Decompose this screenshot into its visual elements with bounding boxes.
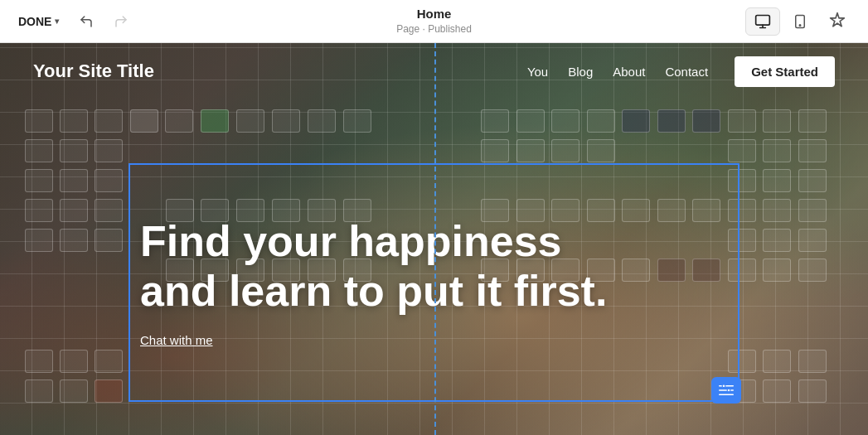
nav-link-blog[interactable]: Blog	[568, 65, 593, 79]
magic-icon	[829, 12, 846, 28]
desktop-icon	[754, 13, 771, 30]
hero-content-block[interactable]: Find your happiness and learn to put it …	[129, 163, 739, 402]
toolbar-center: Home Page · Published	[396, 7, 472, 36]
toolbar-right	[745, 6, 855, 37]
page-title: Home	[396, 7, 472, 21]
nav-link-contact[interactable]: Contact	[665, 65, 708, 79]
hero-headline: Find your happiness and learn to put it …	[140, 217, 718, 317]
page-status: Page · Published	[396, 23, 472, 35]
block-settings-button[interactable]	[711, 377, 741, 404]
done-label: DONE	[18, 15, 51, 28]
svg-point-2	[799, 24, 801, 26]
svg-point-7	[727, 389, 730, 392]
svg-rect-4	[719, 389, 734, 391]
redo-icon	[114, 14, 129, 29]
svg-point-6	[722, 384, 725, 388]
page-preview: Your Site Title You Blog About Contact G…	[0, 43, 868, 435]
undo-button[interactable]	[74, 9, 99, 34]
site-title: Your Site Title	[33, 60, 154, 82]
undo-icon	[79, 14, 94, 29]
done-button[interactable]: DONE ▾	[13, 12, 64, 31]
svg-rect-0	[756, 15, 770, 25]
magic-button[interactable]	[820, 6, 855, 37]
svg-rect-3	[719, 385, 734, 387]
desktop-view-button[interactable]	[745, 7, 780, 36]
hero-headline-line1: Find your happiness	[140, 217, 562, 265]
chevron-down-icon: ▾	[55, 17, 59, 26]
preview-nav: Your Site Title You Blog About Contact G…	[0, 43, 868, 99]
hero-headline-line2: and learn to put it first.	[140, 267, 607, 315]
mobile-view-button[interactable]	[783, 7, 817, 36]
block-settings-icon	[719, 384, 734, 397]
hero-content-inner: Find your happiness and learn to put it …	[137, 217, 721, 348]
toolbar-left: DONE ▾	[13, 9, 133, 34]
hero-cta-link[interactable]: Chat with me	[140, 333, 213, 347]
nav-link-about[interactable]: About	[613, 65, 645, 79]
nav-links: You Blog About Contact Get Started	[527, 56, 835, 87]
get-started-button[interactable]: Get Started	[735, 56, 835, 87]
svg-rect-5	[719, 394, 734, 396]
nav-link-you[interactable]: You	[527, 65, 548, 79]
mobile-icon	[793, 13, 807, 30]
redo-button[interactable]	[109, 9, 133, 34]
toolbar: DONE ▾ Home Page · Published	[0, 0, 868, 43]
